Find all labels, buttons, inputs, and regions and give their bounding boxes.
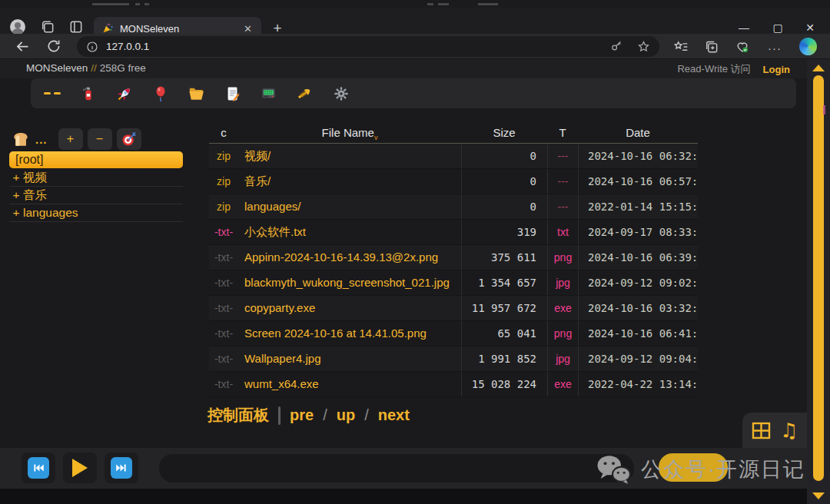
row-size: 0 xyxy=(461,169,547,194)
row-type: png xyxy=(547,245,578,270)
tree-expand-button[interactable]: + xyxy=(58,128,83,150)
dashes-button[interactable] xyxy=(34,78,70,108)
row-c-link[interactable]: -txt- xyxy=(209,270,238,295)
row-date: 2024-10-16 06:32:54 xyxy=(578,144,698,168)
collections-icon[interactable] xyxy=(704,39,719,55)
site-info-icon[interactable] xyxy=(86,41,98,53)
row-c-link[interactable]: -txt- xyxy=(209,346,238,371)
skip-forward-icon xyxy=(111,457,132,479)
file-table-header: c File Namev Size T Date xyxy=(209,123,698,144)
browser-essentials-icon[interactable] xyxy=(735,39,750,55)
trumpet-icon[interactable] xyxy=(287,78,323,108)
back-button-icon[interactable] xyxy=(15,38,31,55)
row-file-link[interactable]: 小众软件.txt xyxy=(238,220,461,244)
login-link[interactable]: Login xyxy=(763,64,790,75)
settings-menu-icon[interactable]: ··· xyxy=(768,41,782,55)
page-content: MONSeleven//258G free Read-Write 访问 Logi… xyxy=(0,59,830,448)
row-type: png xyxy=(547,321,578,346)
gear-icon[interactable] xyxy=(323,78,359,108)
row-file-link[interactable]: Wallpaper4.jpg xyxy=(238,346,461,371)
fire-extinguisher-icon[interactable] xyxy=(70,78,106,108)
favorite-star-icon[interactable] xyxy=(637,40,650,53)
row-file-link[interactable]: languages/ xyxy=(238,194,461,219)
tree-expand-plus[interactable]: + xyxy=(9,204,23,221)
row-c-link[interactable]: zip xyxy=(209,194,238,219)
tab-title: MONSeleven xyxy=(120,23,242,35)
row-file-link[interactable]: wumt_x64.exe xyxy=(238,372,461,396)
open-folder-icon[interactable] xyxy=(178,78,214,108)
row-type: exe xyxy=(547,296,578,320)
dart-target-button[interactable] xyxy=(117,128,141,150)
tree-items: + 视频 + 音乐 + languages xyxy=(9,169,183,222)
password-key-icon[interactable] xyxy=(610,40,623,53)
row-size: 319 xyxy=(461,220,547,244)
seek-bar[interactable] xyxy=(159,454,634,482)
favorites-bar-icon[interactable] xyxy=(673,39,689,55)
table-row: -txt- copyparty.exe 11 957 672 exe 2024-… xyxy=(209,296,698,321)
tree-root-item[interactable]: [root] xyxy=(9,151,183,168)
row-file-link[interactable]: copyparty.exe xyxy=(238,296,461,320)
tree-collapse-button[interactable]: − xyxy=(88,128,112,150)
address-bar[interactable]: 127.0.0.1 xyxy=(77,36,659,57)
scrollbar-down-icon[interactable] xyxy=(812,492,825,499)
row-c-link[interactable]: zip xyxy=(209,144,238,168)
wechat-icon xyxy=(593,453,633,486)
skip-forward-button[interactable] xyxy=(105,453,138,483)
free-space: 258G free xyxy=(100,62,146,74)
tab-close-icon[interactable]: ✕ xyxy=(242,23,254,35)
row-c-link[interactable]: -txt- xyxy=(209,372,238,396)
scrollbar-up-icon[interactable] xyxy=(812,65,825,71)
row-c-link[interactable]: zip xyxy=(209,169,238,194)
site-title-line: MONSeleven//258G free xyxy=(26,62,146,74)
tab-favicon-party-popper-icon xyxy=(101,22,114,35)
rocket-icon[interactable] xyxy=(106,78,142,108)
table-row: -txt- blackmyth_wukong_screenshot_021.jp… xyxy=(209,270,698,296)
row-c-link[interactable]: -txt- xyxy=(209,245,238,270)
tree-item-label[interactable]: languages xyxy=(23,204,78,221)
skip-back-icon xyxy=(28,457,49,479)
row-c-link[interactable]: -txt- xyxy=(209,321,238,346)
control-panel-link[interactable]: 控制面板 xyxy=(208,405,269,426)
site-header: MONSeleven//258G free Read-Write 访问 Logi… xyxy=(0,59,830,78)
row-c-link[interactable]: -txt- xyxy=(209,220,238,244)
row-file-link[interactable]: 音乐/ xyxy=(238,169,461,194)
next-dir-link[interactable]: next xyxy=(378,406,410,424)
tree-item-label[interactable]: 音乐 xyxy=(23,187,47,204)
row-type: --- xyxy=(547,194,578,219)
tree-item[interactable]: + 视频 xyxy=(9,169,183,187)
footer-divider xyxy=(278,406,281,425)
balloon-icon[interactable] xyxy=(142,78,178,108)
audio-player-toggle-icon[interactable]: ♫ xyxy=(780,420,798,440)
prev-dir-link[interactable]: pre xyxy=(290,406,314,424)
row-file-link[interactable]: Screen 2024-10-16 at 14.41.05.png xyxy=(238,321,461,346)
tree-more-dots[interactable]: ... xyxy=(35,133,48,146)
row-c-link[interactable]: -txt- xyxy=(209,296,238,320)
workspaces-icon[interactable] xyxy=(40,19,55,35)
copilot-icon[interactable] xyxy=(799,38,817,55)
profile-avatar[interactable] xyxy=(10,19,25,35)
row-file-link[interactable]: 视频/ xyxy=(238,144,461,168)
tab-search-icon[interactable] xyxy=(68,19,84,35)
watermark-text: 公众号·开源日记 xyxy=(641,456,805,483)
site-separator: // xyxy=(88,62,100,74)
refresh-button-icon[interactable] xyxy=(46,38,61,54)
row-type: exe xyxy=(547,372,578,396)
row-date: 2022-04-22 13:14:20 xyxy=(578,372,698,396)
tree-item[interactable]: + 音乐 xyxy=(9,187,183,204)
row-file-link[interactable]: Appinn-2024-10-16-14.39.13@2x.png xyxy=(238,245,461,270)
skip-back-button[interactable] xyxy=(22,453,55,483)
up-dir-link[interactable]: up xyxy=(337,406,355,424)
tree-item[interactable]: + languages xyxy=(9,204,183,222)
url-text[interactable]: 127.0.0.1 xyxy=(106,41,610,52)
scrollbar-thumb[interactable] xyxy=(813,75,824,481)
row-file-link[interactable]: blackmyth_wukong_screenshot_021.jpg xyxy=(238,270,461,295)
memo-icon[interactable] xyxy=(214,78,251,108)
grid-view-toggle-icon[interactable] xyxy=(752,422,771,439)
tree-expand-plus[interactable]: + xyxy=(9,187,23,204)
tree-item-label[interactable]: 视频 xyxy=(23,169,47,186)
site-name[interactable]: MONSeleven xyxy=(26,62,88,74)
bread-tree-toggle-icon[interactable] xyxy=(11,129,31,149)
pager-icon[interactable] xyxy=(251,78,287,108)
tree-expand-plus[interactable]: + xyxy=(9,169,23,186)
play-button[interactable] xyxy=(63,453,97,483)
